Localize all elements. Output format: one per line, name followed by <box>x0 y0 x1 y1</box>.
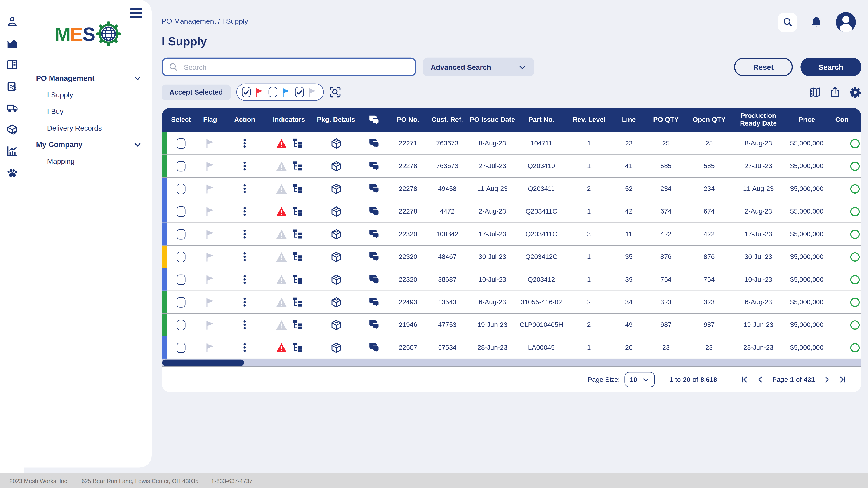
hierarchy-tree-icon[interactable] <box>291 183 303 194</box>
column-header-chat-icon[interactable] <box>358 114 390 126</box>
package-box-icon[interactable] <box>330 205 342 217</box>
column-header[interactable]: Rev. Level <box>567 116 611 124</box>
user-icon[interactable] <box>6 15 18 28</box>
red-flag-icon[interactable] <box>254 87 265 98</box>
table-row[interactable]: 21946 47753 19-Jun-23 CLP0010405H 2 49 9… <box>162 314 862 336</box>
hierarchy-tree-icon[interactable] <box>291 206 303 217</box>
export-share-icon[interactable] <box>829 86 841 98</box>
row-chat-icon[interactable] <box>368 205 380 218</box>
map-view-icon[interactable] <box>809 86 821 98</box>
row-actions-kebab-icon[interactable] <box>242 319 247 331</box>
blue-flag-icon[interactable] <box>281 87 291 98</box>
row-flag-icon[interactable] <box>204 183 216 194</box>
gray-flag-icon[interactable] <box>307 87 318 98</box>
package-box-icon[interactable] <box>330 183 342 194</box>
package-box-icon[interactable] <box>330 138 342 149</box>
scrollbar-thumb[interactable] <box>162 360 244 366</box>
column-header[interactable]: Indicators <box>264 116 314 124</box>
column-header[interactable]: Open QTY <box>685 116 733 124</box>
row-flag-icon[interactable] <box>204 319 216 330</box>
column-header[interactable]: PO QTY <box>647 116 685 124</box>
row-checkbox[interactable] <box>177 229 185 239</box>
table-row[interactable]: 22320 38687 10-Jul-23 Q203412 1 39 754 7… <box>162 268 862 291</box>
row-chat-icon[interactable] <box>368 160 380 172</box>
column-header[interactable]: Select <box>167 116 195 124</box>
confirm-status-icon[interactable] <box>850 343 860 352</box>
row-flag-icon[interactable] <box>204 228 216 240</box>
row-actions-kebab-icon[interactable] <box>242 183 247 195</box>
sidebar-item-i-buy[interactable]: I Buy <box>24 103 152 120</box>
hierarchy-tree-icon[interactable] <box>291 160 303 171</box>
confirm-status-icon[interactable] <box>850 184 860 193</box>
search-button[interactable]: Search <box>800 58 861 76</box>
table-row[interactable]: 22320 108342 17-Jul-23 Q203411C 3 11 422… <box>162 223 862 246</box>
column-header[interactable]: Flag <box>195 116 225 124</box>
truck-icon[interactable] <box>6 102 18 114</box>
package-box-icon[interactable] <box>330 296 342 308</box>
row-chat-icon[interactable] <box>368 296 380 308</box>
sidebar-item-po-management[interactable]: PO Management <box>24 70 152 86</box>
row-checkbox[interactable] <box>177 297 185 307</box>
hierarchy-tree-icon[interactable] <box>291 274 303 285</box>
row-chat-icon[interactable] <box>368 251 380 263</box>
row-flag-icon[interactable] <box>204 160 216 172</box>
package-box-icon[interactable] <box>330 228 342 240</box>
sidebar-item-i-supply[interactable]: I Supply <box>24 86 152 103</box>
package-box-icon[interactable] <box>330 319 342 330</box>
confirm-status-icon[interactable] <box>850 252 860 262</box>
confirm-status-icon[interactable] <box>850 161 860 171</box>
row-actions-kebab-icon[interactable] <box>242 228 247 240</box>
row-checkbox[interactable] <box>177 206 185 217</box>
table-row[interactable]: 22271 763673 8-Aug-23 104711 1 23 25 25 … <box>162 132 862 155</box>
column-header[interactable]: PO Issue Date <box>469 116 516 124</box>
hierarchy-tree-icon[interactable] <box>291 228 303 239</box>
row-actions-kebab-icon[interactable] <box>242 137 247 149</box>
package-box-icon[interactable] <box>330 341 342 353</box>
page-size-select[interactable]: 10 <box>624 372 655 387</box>
column-header[interactable]: Action <box>225 116 264 124</box>
package-edit-icon[interactable] <box>6 123 18 135</box>
table-row[interactable]: 22507 57534 28-Jun-23 LA00045 1 20 23 23… <box>162 336 862 359</box>
row-checkbox[interactable] <box>177 252 185 262</box>
previous-page-button[interactable] <box>756 375 765 384</box>
row-chat-icon[interactable] <box>368 319 380 331</box>
hamburger-menu-icon[interactable] <box>130 8 143 20</box>
hierarchy-tree-icon[interactable] <box>291 342 303 353</box>
row-actions-kebab-icon[interactable] <box>242 341 247 353</box>
column-header[interactable]: Line <box>611 116 647 124</box>
inspection-search-icon[interactable] <box>6 80 18 92</box>
hierarchy-tree-icon[interactable] <box>291 138 303 149</box>
paw-icon[interactable] <box>6 166 18 179</box>
row-actions-kebab-icon[interactable] <box>242 160 247 172</box>
confirm-status-icon[interactable] <box>850 138 860 148</box>
column-header[interactable]: Price <box>784 116 830 124</box>
gear-icon[interactable] <box>849 86 862 98</box>
sidebar-item-mapping[interactable]: Mapping <box>24 153 152 169</box>
row-flag-icon[interactable] <box>204 138 216 149</box>
advanced-search-button[interactable]: Advanced Search <box>423 58 534 76</box>
next-page-button[interactable] <box>822 375 831 384</box>
column-header[interactable]: PO No. <box>391 116 426 124</box>
table-row[interactable]: 22320 48467 30-Jul-23 Q203412C 1 35 876 … <box>162 246 862 268</box>
hierarchy-tree-icon[interactable] <box>291 251 303 262</box>
checkbox-icon[interactable] <box>295 87 304 97</box>
reset-button[interactable]: Reset <box>734 58 793 76</box>
checkbox-icon[interactable] <box>268 87 277 97</box>
column-header[interactable]: Cust. Ref. <box>426 116 469 124</box>
confirm-status-icon[interactable] <box>850 229 860 239</box>
zoom-scan-icon[interactable] <box>329 86 341 98</box>
horizontal-scrollbar[interactable] <box>162 359 862 367</box>
catalog-icon[interactable] <box>6 59 18 71</box>
column-header[interactable]: Con <box>830 116 862 124</box>
row-actions-kebab-icon[interactable] <box>242 205 247 217</box>
row-chat-icon[interactable] <box>368 228 380 240</box>
row-checkbox[interactable] <box>177 342 185 353</box>
last-page-button[interactable] <box>838 375 847 384</box>
column-header[interactable]: Production Ready Date <box>733 112 784 128</box>
row-checkbox[interactable] <box>177 320 185 330</box>
column-header[interactable]: Part No. <box>516 116 567 124</box>
accept-selected-button[interactable]: Accept Selected <box>162 84 230 100</box>
row-flag-icon[interactable] <box>204 205 216 217</box>
row-checkbox[interactable] <box>177 274 185 285</box>
package-box-icon[interactable] <box>330 160 342 172</box>
